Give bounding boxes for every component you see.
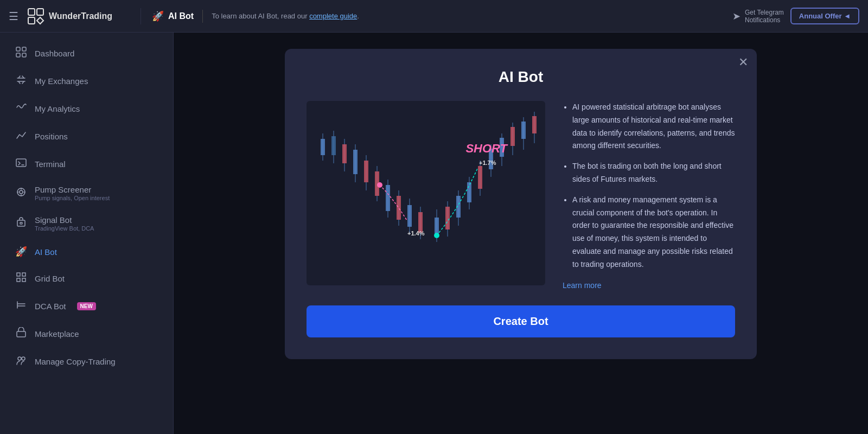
sidebar-item-ai-bot[interactable]: 🚀 AI Bot [4, 239, 169, 264]
svg-rect-0 [28, 9, 35, 15]
logo-area: WunderTrading [27, 8, 112, 25]
short-pct-label: +1.4% [407, 230, 425, 237]
sidebar-ai-bot-label: AI Bot [35, 247, 57, 257]
svg-rect-37 [407, 205, 412, 227]
svg-rect-5 [16, 53, 20, 57]
new-badge: NEW [77, 302, 96, 310]
telegram-button[interactable]: ➤ Get Telegram Notifications [732, 9, 784, 24]
svg-rect-47 [467, 182, 471, 202]
svg-rect-13 [22, 273, 25, 276]
exchanges-icon [15, 74, 27, 88]
sidebar-item-copy-trading[interactable]: Manage Copy-Trading [4, 348, 169, 375]
ai-bot-icon: 🚀 [15, 246, 27, 258]
sidebar-copy-trading-label: Manage Copy-Trading [35, 357, 116, 366]
header-right: ➤ Get Telegram Notifications Annual Offe… [732, 8, 859, 24]
dashboard-icon [15, 47, 27, 60]
analytics-icon [15, 102, 27, 116]
modal-body: SHORT +1.4% +1.7% [307, 101, 735, 290]
terminal-icon [15, 157, 27, 171]
learn-more-link[interactable]: Learn more [563, 281, 602, 290]
complete-guide-link[interactable]: complete guide [309, 12, 357, 20]
svg-rect-49 [478, 166, 482, 189]
modal-chart-area: SHORT +1.4% +1.7% [307, 101, 545, 285]
modal-close-button[interactable]: ✕ [738, 56, 748, 68]
sidebar-signal-label: Signal Bot [35, 215, 94, 225]
create-bot-button[interactable]: Create Bot [307, 305, 735, 337]
svg-rect-6 [22, 53, 26, 57]
sidebar-exchanges-label: My Exchanges [35, 76, 88, 86]
svg-rect-3 [16, 47, 20, 51]
long-pct-label: +1.7% [479, 159, 496, 166]
ai-bot-rocket-icon: 🚀 [152, 10, 164, 22]
sidebar-dca-label: DCA Bot [35, 302, 66, 311]
grid-bot-icon [15, 272, 27, 285]
svg-rect-55 [510, 127, 515, 146]
svg-rect-7 [16, 159, 26, 167]
sidebar-item-terminal[interactable]: Terminal [4, 151, 169, 177]
sidebar-dashboard-label: Dashboard [35, 49, 74, 58]
sidebar-grid-label: Grid Bot [35, 274, 65, 283]
svg-rect-4 [22, 47, 26, 51]
sidebar-pump-label: Pump Screener [35, 185, 110, 194]
svg-rect-23 [331, 136, 336, 155]
sidebar-item-pump-screener[interactable]: Pump Screener Pump signals, Open interes… [4, 178, 169, 208]
svg-rect-16 [17, 331, 25, 337]
trading-chart: SHORT +1.4% +1.7% [307, 101, 545, 285]
sidebar-item-exchanges[interactable]: My Exchanges [4, 68, 169, 94]
main-content: ✕ AI Bot [174, 33, 868, 434]
sidebar-item-analytics[interactable]: My Analytics [4, 95, 169, 122]
svg-rect-35 [397, 196, 401, 220]
sidebar-positions-label: Positions [35, 132, 68, 141]
signal-bot-content: Signal Bot TradingView Bot, DCA [35, 215, 94, 232]
header-divider [141, 8, 141, 24]
svg-rect-15 [22, 278, 25, 282]
telegram-label: Get Telegram Notifications [745, 9, 784, 24]
svg-rect-19 [307, 101, 545, 285]
sidebar-pump-sublabel: Pump signals, Open interest [35, 195, 110, 201]
svg-rect-1 [37, 9, 43, 15]
svg-rect-14 [17, 278, 20, 282]
top-header: ☰ WunderTrading 🚀 AI Bot To learn about … [0, 0, 868, 33]
modal-bullet-list: AI powered statistical arbitrage bot ana… [563, 101, 735, 271]
signal-bot-icon [15, 217, 27, 231]
logo-text: WunderTrading [49, 11, 112, 21]
modal-info: AI powered statistical arbitrage bot ana… [563, 101, 735, 290]
svg-rect-21 [321, 139, 325, 155]
sidebar-item-dashboard[interactable]: Dashboard [4, 40, 169, 67]
svg-rect-33 [386, 185, 390, 211]
sidebar-item-dca-bot[interactable]: DCA Bot NEW [4, 293, 169, 320]
svg-rect-11 [20, 222, 22, 224]
sidebar-item-signal-bot[interactable]: Signal Bot TradingView Bot, DCA [4, 209, 169, 238]
sidebar-item-marketplace[interactable]: Marketplace [4, 321, 169, 347]
sidebar-marketplace-label: Marketplace [35, 329, 79, 339]
pump-screener-content: Pump Screener Pump signals, Open interes… [35, 185, 110, 201]
dca-bot-icon [15, 299, 27, 313]
modal-bullet-3: A risk and money management system is a … [572, 194, 735, 271]
svg-point-17 [18, 357, 21, 360]
short-label: SHORT [465, 142, 508, 155]
header-guide-text: To learn about AI Bot, read our complete… [212, 12, 359, 20]
svg-rect-12 [17, 273, 20, 276]
sidebar-analytics-label: My Analytics [35, 104, 80, 113]
hamburger-icon[interactable]: ☰ [9, 10, 18, 23]
body-area: Dashboard My Exchanges My Analytics Posi… [0, 33, 868, 434]
pump-screener-icon [15, 187, 27, 200]
modal-title: AI Bot [307, 68, 735, 86]
svg-rect-57 [521, 122, 526, 139]
svg-point-18 [22, 357, 25, 360]
svg-rect-2 [28, 17, 35, 24]
modal-bullet-2: The bot is trading on both the long and … [572, 160, 735, 186]
svg-rect-43 [445, 207, 450, 229]
marketplace-icon [15, 327, 27, 341]
sidebar-item-positions[interactable]: Positions [4, 123, 169, 150]
positions-icon [15, 130, 27, 143]
sidebar-item-grid-bot[interactable]: Grid Bot [4, 265, 169, 292]
wunder-logo-icon [27, 8, 44, 25]
sidebar-signal-sublabel: TradingView Bot, DCA [35, 225, 94, 232]
modal-overlay: ✕ AI Bot [174, 33, 868, 434]
svg-rect-59 [532, 116, 537, 133]
sidebar-terminal-label: Terminal [35, 159, 66, 169]
svg-rect-10 [17, 220, 25, 226]
annual-offer-button[interactable]: Annual Offer ◄ [790, 8, 859, 24]
telegram-icon: ➤ [732, 10, 741, 22]
